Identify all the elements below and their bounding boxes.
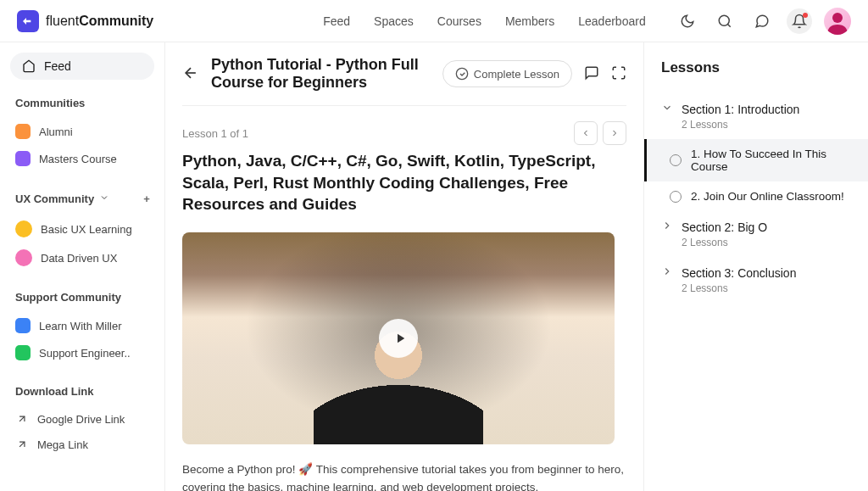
sidebar-item[interactable]: Alumni: [10, 118, 154, 145]
color-chip-icon: [15, 318, 31, 333]
page-title: Python Tutorial - Python Full Course for…: [211, 56, 431, 92]
svg-line-1: [727, 24, 730, 26]
chevron-right-icon: [661, 220, 673, 234]
play-button[interactable]: [379, 319, 418, 358]
sidebar-item-label: Learn With Miller: [39, 320, 122, 332]
sidebar-item-label: Alumni: [39, 126, 73, 138]
radio-icon: [670, 154, 682, 166]
lesson-description: Become a Python pro! 🚀 This comprehensiv…: [182, 461, 626, 491]
lesson-section[interactable]: Section 1: Introduction2 Lessons: [644, 93, 868, 139]
sidebar-item-label: Basic UX Learning: [41, 223, 132, 236]
next-lesson-button[interactable]: [603, 121, 626, 145]
search-icon[interactable]: [712, 8, 737, 34]
lesson-item[interactable]: 2. Join Our Online Classroom!: [644, 181, 868, 211]
user-avatar[interactable]: [824, 8, 851, 35]
svg-point-2: [832, 13, 843, 23]
notifications-icon[interactable]: [787, 8, 812, 34]
home-icon: [22, 59, 36, 73]
fullscreen-icon[interactable]: [611, 65, 626, 83]
lesson-count: Lesson 1 of 1: [182, 127, 248, 140]
section-name: Section 1: Introduction: [682, 103, 799, 116]
sidebar-item-label: Data Driven UX: [41, 252, 117, 265]
lesson-label: 1. How To Succeed In This Course: [691, 148, 851, 173]
section-name: Section 2: Big O: [682, 220, 767, 234]
sidebar-section-header: Communities: [10, 97, 154, 109]
sidebar-item[interactable]: Basic UX Learning: [10, 215, 154, 243]
feed-button[interactable]: Feed: [10, 53, 154, 80]
video-player[interactable]: [182, 232, 615, 444]
color-chip-icon: [15, 151, 31, 166]
chevron-right-icon: [661, 265, 673, 280]
chevron-down-icon: [661, 102, 673, 116]
sidebar-item[interactable]: Support Engineer..: [10, 339, 154, 366]
nav-link-courses[interactable]: Courses: [437, 14, 481, 28]
section-lesson-count: 2 Lessons: [682, 282, 851, 294]
messages-icon[interactable]: [749, 8, 775, 34]
sidebar-item-label: Google Drive Link: [37, 413, 125, 426]
color-chip-icon: [15, 124, 31, 139]
avatar-icon: [15, 220, 32, 237]
brand-logo[interactable]: fluentCommunity: [17, 10, 153, 32]
theme-toggle[interactable]: [675, 8, 700, 34]
external-link-icon: [15, 438, 29, 451]
sidebar-section-header: Support Community: [10, 291, 154, 304]
lesson-section[interactable]: Section 3: Conclusion2 Lessons: [644, 257, 868, 303]
nav-link-leaderboard[interactable]: Leaderboard: [578, 14, 645, 28]
nav-link-spaces[interactable]: Spaces: [374, 14, 414, 28]
svg-point-0: [719, 15, 729, 25]
check-circle-icon: [455, 67, 469, 81]
brand-icon: [17, 10, 39, 32]
prev-lesson-button[interactable]: [574, 121, 598, 145]
svg-line-3: [19, 416, 25, 421]
section-name: Section 3: Conclusion: [682, 266, 796, 280]
feed-label: Feed: [44, 59, 71, 73]
svg-point-6: [456, 68, 467, 79]
radio-icon: [670, 191, 682, 203]
lessons-panel-title: Lessons: [644, 59, 868, 93]
complete-lesson-button[interactable]: Complete Lesson: [442, 60, 572, 87]
lesson-item[interactable]: 1. How To Succeed In This Course: [644, 139, 868, 181]
external-link-icon: [15, 412, 29, 426]
sidebar-item[interactable]: Masters Course: [10, 145, 154, 172]
sidebar-item-label: Support Engineer..: [39, 347, 131, 360]
sidebar-item[interactable]: Mega Link: [10, 432, 154, 457]
sidebar-item[interactable]: Learn With Miller: [10, 312, 154, 339]
brand-text: fluentCommunity: [46, 14, 153, 29]
sidebar-item-label: Mega Link: [37, 438, 88, 451]
color-chip-icon: [15, 345, 31, 360]
svg-line-4: [19, 442, 25, 447]
sidebar-section-header[interactable]: UX Community+: [10, 191, 154, 206]
add-button[interactable]: +: [139, 191, 154, 206]
nav-link-members[interactable]: Members: [505, 14, 554, 28]
chevron-down-icon: [99, 192, 109, 205]
lesson-section[interactable]: Section 2: Big O2 Lessons: [644, 211, 868, 257]
back-button[interactable]: [182, 64, 199, 84]
comments-icon[interactable]: [584, 65, 599, 83]
sidebar-item-label: Masters Course: [39, 153, 117, 165]
sidebar-section-header: Download Link: [10, 385, 154, 398]
sidebar-item[interactable]: Google Drive Link: [10, 406, 154, 432]
sidebar-item[interactable]: Data Driven UX: [10, 243, 154, 272]
section-lesson-count: 2 Lessons: [682, 119, 851, 131]
lesson-label: 2. Join Our Online Classroom!: [691, 190, 844, 203]
avatar-icon: [15, 249, 32, 266]
section-lesson-count: 2 Lessons: [682, 237, 851, 248]
lesson-title: Python, Java, C/C++, C#, Go, Swift, Kotl…: [182, 150, 626, 215]
nav-link-feed[interactable]: Feed: [323, 14, 350, 28]
